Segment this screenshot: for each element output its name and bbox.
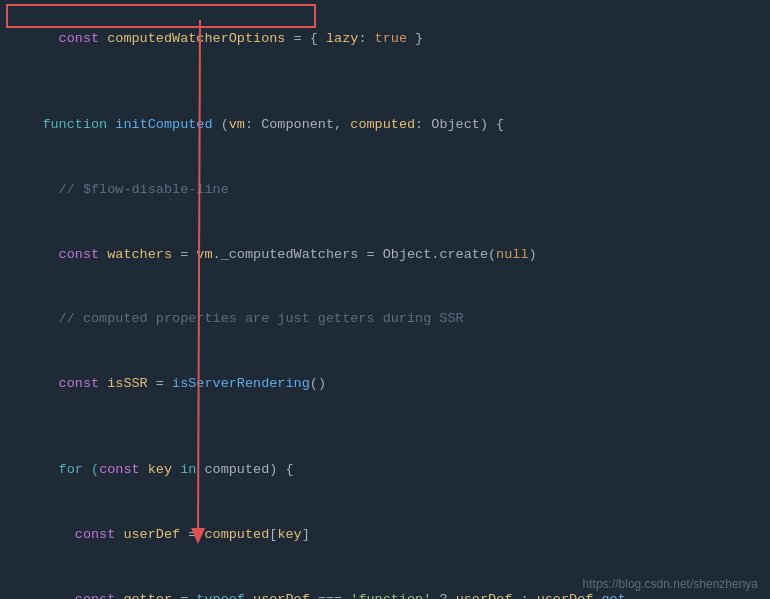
colon: : [358, 31, 374, 46]
code-line-6: // computed properties are just getters … [10, 287, 760, 352]
code-line-7: const isSSR = isServerRendering() [10, 352, 760, 417]
close-brace: } [407, 31, 423, 46]
prop-lazy: lazy [326, 31, 358, 46]
keyword-const: const [59, 31, 108, 46]
bool-true: true [375, 31, 407, 46]
code-line-3: function initComputed (vm: Component, co… [10, 92, 760, 157]
code-line-4: // $flow-disable-line [10, 157, 760, 222]
fn-initComputed: initComputed [115, 117, 212, 132]
var-computedWatcherOptions: computedWatcherOptions [107, 31, 285, 46]
code-line-empty-1 [10, 71, 760, 93]
code-line-empty-2 [10, 416, 760, 438]
var-watchers: watchers [107, 247, 172, 262]
punct: = { [285, 31, 326, 46]
code-line-5: const watchers = vm._computedWatchers = … [10, 222, 760, 287]
code-line-9: for (const key in computed) { [10, 438, 760, 503]
code-block: const computedWatcherOptions = { lazy: t… [0, 0, 770, 599]
watermark: https://blog.csdn.net/shenzhenya [583, 577, 758, 591]
kw-function: function [42, 117, 115, 132]
code-line-10: const userDef = computed[key] [10, 503, 760, 568]
code-line-1: const computedWatcherOptions = { lazy: t… [10, 6, 423, 71]
